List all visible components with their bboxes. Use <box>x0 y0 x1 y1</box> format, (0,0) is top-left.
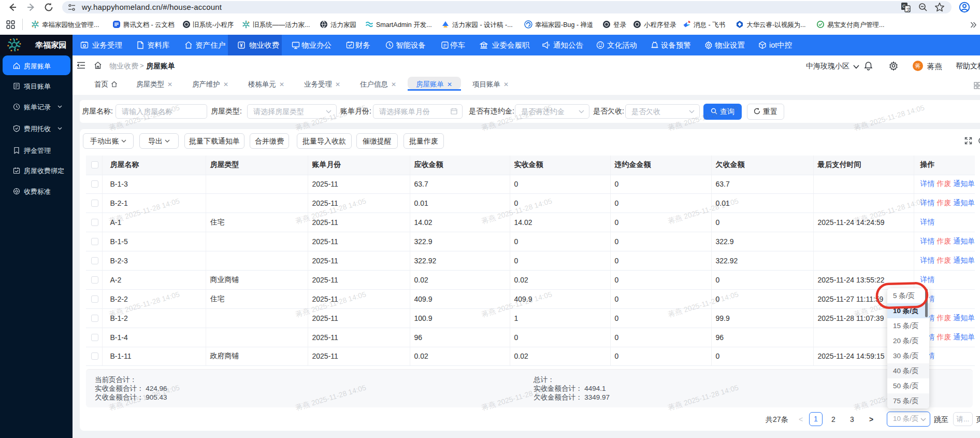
svg-text:P: P <box>443 43 446 48</box>
svg-text:文: 文 <box>906 7 911 12</box>
